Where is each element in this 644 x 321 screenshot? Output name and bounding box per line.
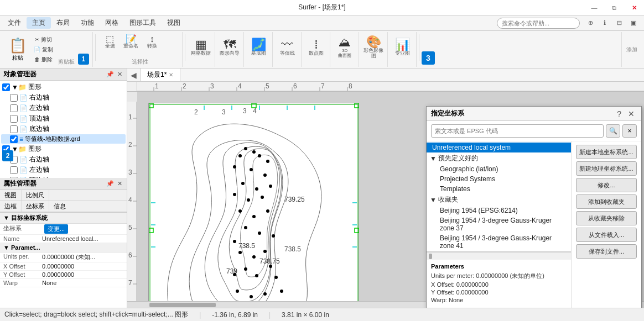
menu-home[interactable]: 主页 xyxy=(27,17,51,29)
transform-btn[interactable]: ↕ 转换 xyxy=(142,34,162,50)
tree-right-axis-2[interactable]: 📄 右边轴 xyxy=(1,154,126,165)
h-scroll-thumb[interactable] xyxy=(149,303,216,307)
tree-bottom-axis-1[interactable]: 📄 底边轴 xyxy=(1,124,126,134)
svg-text:5: 5 xyxy=(266,82,269,90)
dialog-tree-geographic[interactable]: Geographic (lat/lon) xyxy=(427,164,571,174)
remove-from-favorites-btn[interactable]: 从收藏夹移除 xyxy=(576,211,637,225)
menu-file[interactable]: 文件 xyxy=(2,17,27,29)
params-section[interactable]: ▼ Paramet... xyxy=(0,243,127,252)
dialog-tree-beijing1954-41[interactable]: Beijing 1954 / 3-degree Gauss-Kruger zon… xyxy=(427,233,571,251)
svg-text:2: 2 xyxy=(194,108,198,116)
save-to-file-btn[interactable]: 保存到文件... xyxy=(576,244,637,259)
tab-left-scroll[interactable]: ◀ xyxy=(127,69,141,81)
contour-btn[interactable]: 〰 等值线 xyxy=(276,33,298,62)
new-local-coord-btn[interactable]: 新建本地坐标系统... xyxy=(576,145,637,159)
tab-scene1[interactable]: 场景1* ✕ xyxy=(141,69,180,81)
attr-panel-pin-btn[interactable]: 📌 xyxy=(105,180,115,187)
right-axis-1-checkbox[interactable] xyxy=(10,94,18,102)
minimize-btn[interactable]: — xyxy=(584,0,604,15)
menu-graphic-tools[interactable]: 图形工具 xyxy=(124,17,162,29)
panel-pin-btn[interactable]: 📌 xyxy=(105,71,115,78)
menu-function[interactable]: 功能 xyxy=(75,17,100,29)
dialog-tree-projected[interactable]: Projected Systems xyxy=(427,174,571,184)
panel-close-btn[interactable]: ✕ xyxy=(116,71,123,78)
paste-btn[interactable]: 📋 粘贴 xyxy=(6,35,30,64)
close-btn[interactable]: ✕ xyxy=(624,0,644,15)
dialog-tree-predefined[interactable]: ▼ 预先定义好的 xyxy=(427,152,571,164)
svg-point-68 xyxy=(252,255,256,259)
minus-icon-btn[interactable]: ⊟ xyxy=(613,17,625,29)
sep-2 xyxy=(185,34,185,61)
dialog-tree-templates[interactable]: Templates xyxy=(427,184,571,194)
top-axis-1-checkbox[interactable] xyxy=(10,115,18,123)
left-axis-2-checkbox[interactable] xyxy=(10,166,18,174)
surface3d-btn[interactable]: ⛰ 3D曲面图 xyxy=(334,33,356,62)
dialog-tree-beijing1954-37[interactable]: Beijing 1954 / 3-degree Gauss-Kruger zon… xyxy=(427,215,571,233)
group1-checkbox[interactable] xyxy=(2,83,10,91)
dialog-help-btn[interactable]: ? xyxy=(615,109,624,118)
tree-group-1[interactable]: ▼ 📁 图形 xyxy=(1,82,126,92)
attr-panel-close-btn[interactable]: ✕ xyxy=(116,180,123,187)
coord-sys-section[interactable]: ▼ 目标坐标系统 xyxy=(0,213,127,224)
dialog-tree-unreferenced[interactable]: Unreferenced local system xyxy=(427,143,571,152)
svg-rect-39 xyxy=(355,228,359,233)
tree-right-axis-1[interactable]: 📄 右边轴 xyxy=(1,92,126,103)
dialog-search-btn[interactable]: 🔍 xyxy=(606,124,620,138)
scatter-btn[interactable]: ⁞ 散点图 xyxy=(305,33,327,62)
tree-contour-file[interactable]: ≡ 等值线-地勘数据.grd xyxy=(1,134,126,144)
color-relief-btn[interactable]: 🎨 彩色影像图 xyxy=(362,33,385,62)
contour-group: 〰 等值线 xyxy=(274,32,302,67)
new-geo-coord-btn[interactable]: 新建地理坐标系统... xyxy=(576,161,637,176)
dialog-close-btn[interactable]: ✕ xyxy=(626,109,637,118)
menu-layout[interactable]: 布局 xyxy=(51,17,75,29)
cut-btn[interactable]: ✂ 剪切 xyxy=(31,35,56,44)
select-all-btn[interactable]: ⬚ 全选 xyxy=(100,34,120,50)
surface3d-group: ⛰ 3D曲面图 xyxy=(331,32,359,67)
menu-view[interactable]: 视图 xyxy=(162,17,186,29)
menu-grid[interactable]: 网格 xyxy=(100,17,124,29)
attr-tab-view[interactable]: 视图 xyxy=(0,190,22,201)
specialty-btn[interactable]: 📊 专业图 xyxy=(391,33,413,62)
delete-btn[interactable]: 🗑 删除 xyxy=(31,55,56,64)
dialog-tree-beijing1954[interactable]: Beijing 1954 (EPSG:6214) xyxy=(427,206,571,215)
rename-btn[interactable]: 📝 重命名 xyxy=(121,34,141,50)
tree-top-axis-1[interactable]: 📄 顶边轴 xyxy=(1,113,126,124)
expand-icon-btn[interactable]: ▣ xyxy=(627,17,640,29)
attr-tab-info[interactable]: 信息 xyxy=(49,201,70,212)
dialog-list-scroll-thumb[interactable] xyxy=(429,254,432,259)
modify-btn[interactable]: 修改... xyxy=(576,178,637,192)
search-input[interactable] xyxy=(497,18,580,29)
svg-point-74 xyxy=(233,273,236,276)
top-axis-1-icon: 📄 xyxy=(19,115,28,123)
x-offset-value: 0.00000000 xyxy=(42,263,74,270)
help-icon-btn[interactable]: ⊕ xyxy=(584,17,596,29)
add-to-favorites-btn[interactable]: 添加到收藏夹 xyxy=(576,194,637,209)
surface3d-icon: ⛰ xyxy=(339,36,351,49)
tree-group-2[interactable]: ▼ 📁 图形 xyxy=(1,144,126,154)
attr-tab-coord[interactable]: 坐标系 xyxy=(22,201,49,212)
tree-left-axis-2[interactable]: 📄 左边轴 xyxy=(1,165,126,175)
basemap-btn[interactable]: 🗾 基底图 xyxy=(247,33,269,62)
coord-sys-change-btn[interactable]: 变更... xyxy=(44,224,68,234)
attr-tab-empty xyxy=(49,190,127,201)
ruler-horizontal: 1 2 3 4 5 6 7 xyxy=(137,82,644,92)
left-axis-1-checkbox[interactable] xyxy=(10,104,18,112)
bottom-axis-1-checkbox[interactable] xyxy=(10,125,18,133)
load-from-file-btn[interactable]: 从文件载入... xyxy=(576,228,637,242)
attr-tab-border[interactable]: 边框 xyxy=(0,201,22,212)
attr-tab-scale[interactable]: 比例尺 xyxy=(22,190,49,201)
dialog-tree-favorites[interactable]: ▼ 收藏夹 xyxy=(427,194,571,206)
dialog-search-input[interactable] xyxy=(431,124,604,138)
contour-file-checkbox[interactable] xyxy=(10,135,18,143)
copy-btn[interactable]: 📄 复制 xyxy=(31,45,56,54)
attr-tabs2: 边框 坐标系 信息 xyxy=(0,201,127,212)
tab-close-btn[interactable]: ✕ xyxy=(169,72,173,78)
grid-data-btn[interactable]: ▦ 网格数据 xyxy=(190,33,212,62)
info-icon-btn[interactable]: ℹ xyxy=(599,17,611,29)
tree-left-axis-1[interactable]: 📄 左边轴 xyxy=(1,103,126,113)
vector-btn[interactable]: 🗺 图形向导 xyxy=(219,33,241,62)
svg-point-70 xyxy=(244,267,247,271)
restore-btn[interactable]: ⧉ xyxy=(604,0,624,15)
svg-point-49 xyxy=(258,154,261,157)
dialog-clear-btn[interactable]: × xyxy=(622,124,637,138)
